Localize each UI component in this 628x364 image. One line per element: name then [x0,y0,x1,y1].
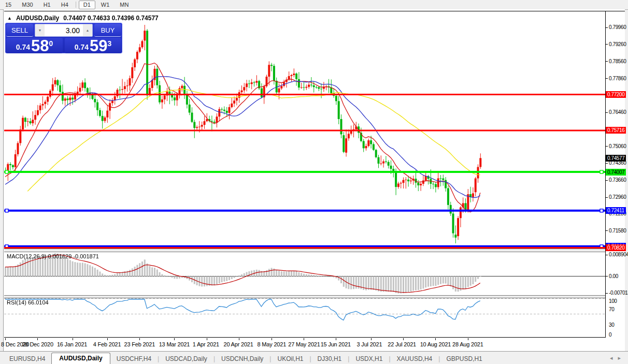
trading-terminal: 15M30H1H4D1W1MN ▲ AUDUSD,Daily 0.74407 0… [0,0,628,364]
chart-quote-ohlc: 0.74407 0.74633 0.74396 0.74577 [63,14,159,22]
price-tick-mark [605,44,608,45]
price-level-tag: 0.75716 [606,127,626,134]
rsi-tick-label: 0 [609,332,611,338]
sell-price-prefix: 0.74 [16,43,30,51]
date-tick-mark [174,338,175,340]
date-tick-label: 28 Dec 2020 [22,341,53,347]
toolbar-separator [76,2,76,8]
symbol-tab-bar: EURUSD,H4AUDUSD,DailyUSDCHF,H4|USDCAD,Da… [0,351,628,364]
date-tick-mark [207,338,207,340]
price-tick-mark [605,78,608,79]
price-tick-label: 0.79260 [609,41,626,47]
price-level-tag: 0.77200 [606,91,626,98]
buy-price-big: 59 [90,39,107,53]
price-tick-label: 0.79960 [609,24,626,30]
date-tick-label: 4 Feb 2021 [93,341,121,347]
date-tick-label: 3 Jul 2021 [357,341,382,347]
symbol-tab-audusd[interactable]: AUDUSD,Daily [51,353,110,364]
symbol-tab-xauusd[interactable]: XAUUSD,H4 [391,354,439,364]
timeframe-button-w1[interactable]: W1 [96,1,115,9]
symbol-tab-dj30[interactable]: DJ30,H1 [311,354,348,364]
chart-symbol-title: AUDUSD,Daily [16,14,59,22]
volume-input[interactable] [45,24,83,36]
window-left-edge [3,9,4,351]
macd-tick-label: 0.00 [609,273,618,279]
timeframe-toolbar: 15M30H1H4D1W1MN [0,0,628,10]
rsi-tick-label: 70 [609,307,614,312]
date-tick-label: 16 Jan 2021 [57,341,87,347]
symbol-tab-gbpusd[interactable]: GBPUSD,H1 [440,354,488,364]
date-tick-label: 15 Jun 2021 [321,341,351,347]
rsi-indicator-label: RSI(14) 66.0104 [7,299,49,305]
price-tick-label: 0.76460 [609,109,626,115]
sell-price-sup: 0 [49,39,53,48]
date-tick-label: 27 May 2021 [288,341,320,347]
symbol-tab-usdcad[interactable]: USDCAD,Daily [159,354,213,364]
date-tick-label: 1 Apr 2021 [193,341,219,347]
collapse-panel-icon[interactable]: ▲ [7,16,12,21]
timeframe-button-m30[interactable]: M30 [17,1,37,9]
date-tick-mark [107,338,108,340]
price-tick-mark [605,197,608,198]
price-tick-label: 0.72960 [609,194,626,200]
symbol-tab-usdchf[interactable]: USDCHF,H4 [110,354,158,364]
date-tick-mark [37,338,38,340]
date-tick-mark [304,338,304,340]
price-tick-mark [605,180,608,181]
date-tick-mark [5,338,6,340]
price-tick-mark [605,112,608,113]
price-tick-mark [605,27,608,28]
symbol-tab-ukoil[interactable]: UKOil,H1 [271,354,309,364]
rsi-tick-label: 30 [609,322,614,328]
price-tick-label: 0.78560 [609,59,626,64]
symbol-tab-eurusd[interactable]: EURUSD,H4 [3,354,51,364]
date-tick-mark [272,338,272,340]
price-level-tag: 0.74007 [606,169,626,176]
date-tick-label: 20 Apr 2021 [224,341,253,347]
volume-decrease-icon[interactable]: ▼ [35,24,45,36]
symbol-tab-usdx[interactable]: USDX,H1 [349,354,389,364]
timeframe-button-h1[interactable]: H1 [39,1,55,9]
volume-increase-icon[interactable]: ▲ [83,24,92,36]
macd-tick-label: -0.007013 [609,290,628,296]
date-tick-mark [435,338,436,340]
rsi-tick-label: 100 [609,298,617,304]
buy-price-prefix: 0.74 [75,43,89,51]
price-tick-label: 0.75060 [609,143,626,149]
price-tick-label: 0.71580 [609,228,626,234]
macd-tick-mark [605,293,608,294]
sell-button[interactable]: SELL [6,24,33,37]
price-tick-mark [605,61,608,62]
sell-price-button[interactable]: 0.74 58 0 [6,38,63,53]
tab-scroll-left-icon[interactable]: ◂ [610,355,613,361]
buy-price-button[interactable]: 0.74 59 3 [65,38,121,53]
macd-tick-label: 0.008904 [609,252,628,257]
date-tick-mark [371,338,372,340]
date-tick-label: 23 Feb 2021 [124,341,155,347]
price-level-tag: 0.72411 [606,207,626,214]
price-chart-canvas[interactable] [4,11,605,338]
date-tick-label: 28 Aug 2021 [452,341,483,347]
macd-tick-mark [605,276,608,276]
volume-stepper: ▼ ▲ [35,24,93,37]
price-tick-mark [605,163,608,164]
buy-price-sup: 3 [107,39,111,48]
date-tick-mark [239,338,239,340]
price-tick-mark [605,230,608,231]
one-click-trade-panel: SELL ▼ ▲ BUY 0.74 58 0 0.74 59 3 [5,23,122,53]
symbol-tab-usdcnh[interactable]: USDCNH,Daily [215,354,269,364]
date-axis: 8 Dec 202028 Dec 202016 Jan 20214 Feb 20… [4,338,625,351]
chart-top-border [4,11,625,11]
timeframe-button-h4[interactable]: H4 [56,1,73,9]
price-tick-label: 0.77860 [609,76,626,81]
timeframe-button-d1[interactable]: D1 [79,1,95,9]
macd-tick-mark [605,255,608,255]
tab-scroll-right-icon[interactable]: ▸ [618,355,621,361]
timeframe-button-mn[interactable]: MN [115,1,133,9]
buy-button[interactable]: BUY [94,24,121,37]
price-tick-label: 0.73660 [609,177,626,183]
macd-indicator-label: MACD(12,26,9) 0.001629 -0.001871 [7,253,99,259]
price-level-tag: 0.70820 [606,244,626,251]
timeframe-button-15[interactable]: 15 [1,1,16,9]
price-tick-mark [605,146,608,147]
